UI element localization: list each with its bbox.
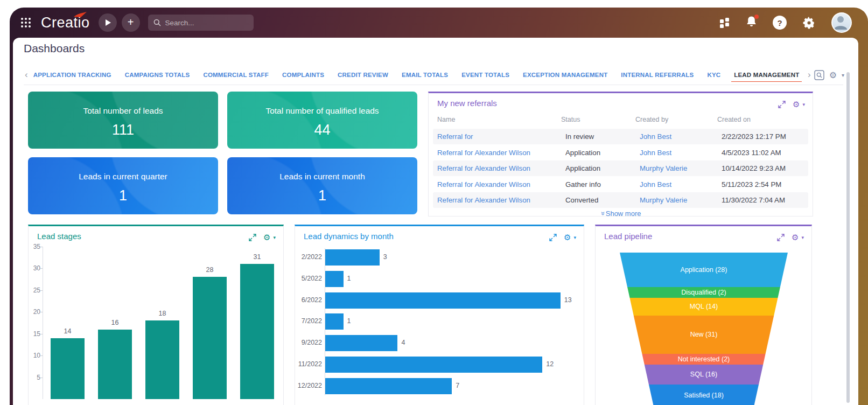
dashboard-settings-gear-icon[interactable]: ⚙ bbox=[829, 70, 837, 80]
bar-value-label: 3 bbox=[383, 253, 387, 261]
category-label: 2/2022 bbox=[296, 253, 322, 261]
bar-14[interactable] bbox=[51, 338, 85, 399]
gear-icon[interactable]: ⚙ bbox=[263, 233, 270, 242]
tab-lead-management[interactable]: LEAD MANAGEMENT bbox=[734, 68, 799, 82]
y-tick-mark bbox=[40, 312, 43, 312]
tabs-scroll-left-icon[interactable]: ‹ bbox=[22, 69, 31, 80]
vertical-scrollbar[interactable] bbox=[846, 72, 850, 403]
table-row[interactable]: Referral for Alexander WilsonApplication… bbox=[433, 145, 808, 160]
tab-application-tracking[interactable]: APPLICATION TRACKING bbox=[33, 68, 111, 82]
help-button[interactable]: ? bbox=[773, 16, 787, 30]
bar-6/2022[interactable] bbox=[325, 292, 561, 309]
metric-tile-4: Leads in current month1 bbox=[227, 157, 417, 214]
bar-value-label: 14 bbox=[51, 327, 85, 335]
cell-status: Gather info bbox=[565, 180, 640, 188]
bar-28[interactable] bbox=[193, 277, 227, 399]
bar-value-label: 28 bbox=[193, 266, 227, 274]
y-tick-mark bbox=[40, 334, 43, 334]
bar-18[interactable] bbox=[145, 320, 179, 399]
cell-name[interactable]: Referral for bbox=[437, 132, 565, 141]
tab-list: APPLICATION TRACKINGCAMPAIGNS TOTALSCOMM… bbox=[33, 68, 804, 82]
bar-7/2022[interactable] bbox=[325, 313, 344, 330]
bar-11/2022[interactable] bbox=[325, 357, 542, 373]
tab-campaigns-totals[interactable]: CAMPAIGNS TOTALS bbox=[125, 68, 190, 82]
top-bar: Creatio + Search... bbox=[10, 8, 868, 38]
expand-icon[interactable] bbox=[249, 234, 256, 241]
cell-created-by[interactable]: John Best bbox=[640, 149, 722, 157]
preview-icon[interactable] bbox=[814, 70, 824, 80]
category-label: 9/2022 bbox=[296, 339, 322, 346]
notifications-button[interactable] bbox=[746, 16, 757, 30]
funnel-stage-disqualified-2-[interactable]: Disqualified (2) bbox=[620, 287, 788, 298]
main-menu-grid-icon[interactable] bbox=[18, 15, 33, 30]
cell-created-by[interactable]: John Best bbox=[640, 180, 722, 188]
bar-5/2022[interactable] bbox=[325, 271, 344, 287]
table-row[interactable]: Referral for Alexander WilsonApplication… bbox=[433, 160, 808, 176]
column-header-name: Name bbox=[437, 116, 561, 123]
y-tick-mark bbox=[40, 378, 43, 378]
funnel-stage-new-31-[interactable]: New (31) bbox=[620, 316, 788, 354]
cell-created-by[interactable]: John Best bbox=[640, 132, 722, 141]
gear-icon[interactable]: ⚙ bbox=[564, 233, 571, 242]
bar-9/2022[interactable] bbox=[325, 335, 397, 351]
dashboard-settings-caret-icon[interactable]: ▾ bbox=[842, 72, 844, 78]
bar-value-label: 18 bbox=[145, 310, 179, 317]
y-tick-label: 5 bbox=[29, 374, 40, 381]
expand-icon[interactable] bbox=[777, 234, 785, 241]
cell-created-on: 11/30/2022 7:04 AM bbox=[722, 196, 808, 204]
tab-kyc[interactable]: KYC bbox=[707, 68, 720, 82]
tile-value: 111 bbox=[28, 122, 218, 138]
funnel-stage-application-28-[interactable]: Application (28) bbox=[620, 253, 788, 287]
bar-value-label: 7 bbox=[456, 382, 459, 389]
add-button[interactable]: + bbox=[122, 13, 140, 32]
cell-name[interactable]: Referral for Alexander Wilson bbox=[437, 164, 565, 172]
y-tick-mark bbox=[40, 247, 43, 247]
settings-gear-icon[interactable] bbox=[803, 17, 815, 29]
lead-dynamics-panel: Lead dynamics by month ⚙ ▾ 2/202235/2022… bbox=[295, 225, 584, 405]
run-process-button[interactable] bbox=[99, 13, 117, 32]
tab-internal-referrals[interactable]: INTERNAL REFERRALS bbox=[621, 68, 694, 82]
search-input[interactable]: Search... bbox=[148, 15, 254, 31]
tab-event-totals[interactable]: EVENT TOTALS bbox=[461, 68, 509, 82]
gear-icon[interactable]: ⚙ bbox=[792, 233, 799, 242]
expand-icon[interactable] bbox=[778, 101, 786, 108]
user-avatar[interactable] bbox=[831, 12, 852, 33]
my-new-referrals-panel: My new referrals ⚙ ▾ NameStatusCreated b… bbox=[428, 92, 813, 217]
tile-label: Total number of leads bbox=[28, 106, 218, 116]
bar-value-label: 12 bbox=[546, 360, 554, 368]
cell-name[interactable]: Referral for Alexander Wilson bbox=[437, 180, 565, 188]
expand-icon[interactable] bbox=[549, 234, 557, 241]
tab-commercial-staff[interactable]: COMMERCIAL STAFF bbox=[203, 68, 269, 82]
cell-created-by[interactable]: Murphy Valerie bbox=[640, 196, 722, 204]
table-row[interactable]: Referral for Alexander WilsonGather info… bbox=[433, 177, 808, 192]
gear-icon[interactable]: ⚙ bbox=[793, 100, 800, 109]
funnel-stage-not-interested-2-[interactable]: Not interested (2) bbox=[620, 354, 788, 365]
cell-name[interactable]: Referral for Alexander Wilson bbox=[437, 149, 565, 157]
caret-down-icon[interactable]: ▾ bbox=[801, 235, 804, 240]
table-row[interactable]: Referral forIn reviewJohn Best2/22/2023 … bbox=[433, 129, 808, 144]
caret-down-icon[interactable]: ▾ bbox=[573, 235, 576, 240]
topbar-right-icons: ? bbox=[720, 12, 859, 33]
table-row[interactable]: Referral for Alexander WilsonConvertedMu… bbox=[433, 192, 808, 208]
funnel-stage-sql-16-[interactable]: SQL (16) bbox=[620, 365, 788, 385]
bar-2/2022[interactable] bbox=[325, 249, 380, 266]
caret-down-icon[interactable]: ▾ bbox=[802, 102, 805, 107]
tab-exception-management[interactable]: EXCEPTION MANAGEMENT bbox=[523, 68, 607, 82]
tab-email-totals[interactable]: EMAIL TOTALS bbox=[402, 68, 448, 82]
tab-credit-review[interactable]: CREDIT REVIEW bbox=[338, 68, 388, 82]
caret-down-icon[interactable]: ▾ bbox=[273, 235, 276, 240]
bar-16[interactable] bbox=[98, 330, 132, 399]
bar-12/2022[interactable] bbox=[325, 378, 452, 394]
bar-31[interactable] bbox=[240, 264, 274, 399]
tab-complaints[interactable]: COMPLAINTS bbox=[282, 68, 324, 82]
cell-name[interactable]: Referral for Alexander Wilson bbox=[437, 196, 565, 204]
cell-created-by[interactable]: Murphy Valerie bbox=[640, 164, 722, 172]
cell-status: Converted bbox=[565, 196, 640, 204]
referrals-panel-title: My new referrals bbox=[437, 99, 497, 108]
funnel-stage-satisfied-18-[interactable]: Satisfied (18) bbox=[620, 385, 788, 405]
tabs-scroll-right-icon[interactable]: › bbox=[804, 69, 814, 80]
funnel-stage-mql-14-[interactable]: MQL (14) bbox=[620, 298, 788, 315]
apps-icon[interactable] bbox=[720, 18, 730, 28]
category-label: 7/2022 bbox=[296, 317, 322, 325]
show-more-link[interactable]: «Show more bbox=[429, 210, 813, 217]
